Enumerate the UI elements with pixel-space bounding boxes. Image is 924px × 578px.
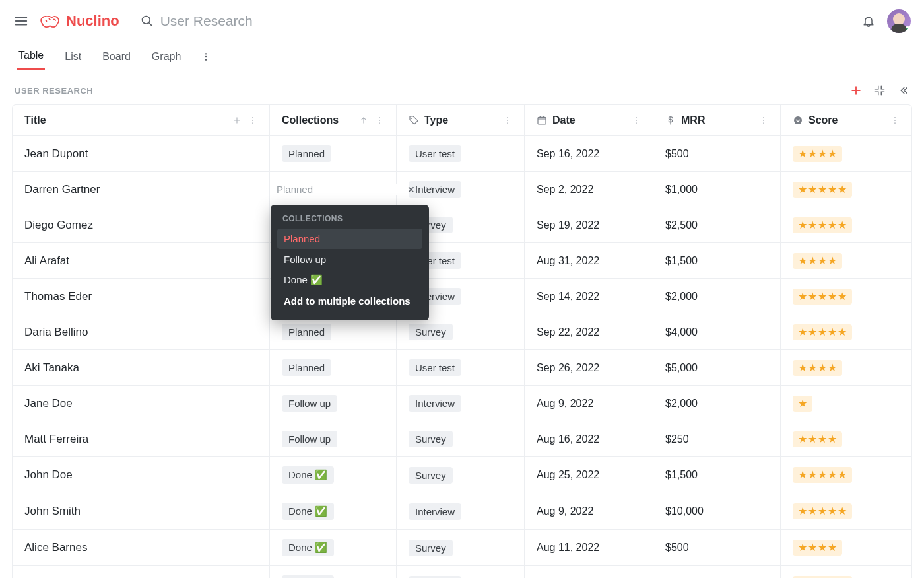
table-row[interactable]: Jane DoeFollow upInterviewAug 9, 2022$2,… xyxy=(13,386,911,421)
cell-score[interactable]: ★★★★ xyxy=(781,243,911,278)
cell-date[interactable]: Aug 4, 2022 xyxy=(525,566,653,578)
tab-graph[interactable]: Graph xyxy=(150,44,182,69)
table-row[interactable]: Ali ArafatPlannedUser testAug 31, 2022$1… xyxy=(13,243,911,279)
cell-score[interactable]: ★★★★ xyxy=(781,530,911,565)
cell-collections[interactable]: Done ✅ xyxy=(270,493,397,529)
hamburger-menu-icon[interactable] xyxy=(13,13,29,29)
sort-asc-icon[interactable] xyxy=(359,116,368,125)
column-header-collections[interactable]: Collections xyxy=(270,105,397,135)
cell-collections[interactable]: ✕ xyxy=(270,172,397,207)
cell-score[interactable]: ★★★★★ xyxy=(781,279,911,314)
dropdown-option-done[interactable]: Done ✅ xyxy=(277,270,422,291)
cell-score[interactable]: ★★★★★ xyxy=(781,457,911,493)
cell-date[interactable]: Aug 31, 2022 xyxy=(525,243,653,278)
column-header-date[interactable]: Date xyxy=(525,105,653,135)
cell-date[interactable]: Aug 11, 2022 xyxy=(525,530,653,565)
cell-collections[interactable]: Follow up xyxy=(270,386,397,421)
cell-date[interactable]: Sep 19, 2022 xyxy=(525,207,653,242)
cell-title[interactable]: Alice Barnes xyxy=(13,530,270,565)
cell-type[interactable]: Interview xyxy=(397,386,525,421)
table-row[interactable]: John SmithDone ✅InterviewAug 9, 2022$10,… xyxy=(13,493,911,530)
cell-score[interactable]: ★★★★★ xyxy=(781,566,911,578)
table-row[interactable]: Jean DupontPlannedUser testSep 16, 2022$… xyxy=(13,136,911,172)
cell-type[interactable]: Survey xyxy=(397,457,525,493)
more-views-icon[interactable] xyxy=(201,52,211,62)
cell-mrr[interactable]: $4,000 xyxy=(653,314,781,349)
search-field[interactable]: User Research xyxy=(141,13,490,29)
cell-date[interactable]: Sep 26, 2022 xyxy=(525,350,653,385)
dropdown-multi-action[interactable]: Add to multiple collections xyxy=(277,291,422,311)
compact-view-icon[interactable] xyxy=(873,83,887,98)
cell-collections[interactable]: Done ✅ xyxy=(270,530,397,565)
cell-title[interactable]: Thomas Eder xyxy=(13,279,270,314)
cell-mrr[interactable]: $1,500 xyxy=(653,243,781,278)
column-header-score[interactable]: Score xyxy=(781,105,911,135)
cell-type[interactable]: User test xyxy=(397,136,525,171)
column-menu-icon[interactable] xyxy=(632,116,641,125)
cell-score[interactable]: ★★★★★ xyxy=(781,172,911,207)
tab-table[interactable]: Table xyxy=(17,43,45,70)
column-menu-icon[interactable] xyxy=(890,116,900,125)
cell-mrr[interactable]: $1,500 xyxy=(653,457,781,493)
column-header-mrr[interactable]: MRR xyxy=(653,105,781,135)
brand-logo[interactable]: Nuclino xyxy=(40,13,119,30)
cell-collections[interactable]: Follow up xyxy=(270,421,397,456)
table-row[interactable]: John DoeDone ✅SurveyAug 25, 2022$1,500★★… xyxy=(13,457,911,493)
cell-type[interactable]: Survey xyxy=(397,421,525,456)
cell-mrr[interactable]: $3,000 xyxy=(653,566,781,578)
table-row[interactable]: Diego GomezPlannedSurveySep 19, 2022$2,5… xyxy=(13,207,911,243)
cell-date[interactable]: Aug 9, 2022 xyxy=(525,493,653,529)
table-row[interactable]: Thomas EderPlannedInterviewSep 14, 2022$… xyxy=(13,279,911,314)
cell-score[interactable]: ★★★★★ xyxy=(781,493,911,529)
cell-mrr[interactable]: $2,000 xyxy=(653,386,781,421)
cell-title[interactable]: Aki Tanaka xyxy=(13,350,270,385)
add-item-button[interactable] xyxy=(849,83,863,98)
column-menu-icon[interactable] xyxy=(375,116,384,125)
column-header-type[interactable]: Type xyxy=(397,105,525,135)
table-row[interactable]: Linda ChouDone ✅InterviewAug 4, 2022$3,0… xyxy=(13,566,911,578)
cell-collections[interactable]: Planned xyxy=(270,350,397,385)
cell-date[interactable]: Sep 2, 2022 xyxy=(525,172,653,207)
add-column-icon[interactable] xyxy=(232,116,242,125)
cell-mrr[interactable]: $250 xyxy=(653,421,781,456)
cell-score[interactable]: ★★★★ xyxy=(781,136,911,171)
table-row[interactable]: Alice BarnesDone ✅SurveyAug 11, 2022$500… xyxy=(13,530,911,566)
cell-score[interactable]: ★★★★ xyxy=(781,350,911,385)
cell-mrr[interactable]: $500 xyxy=(653,530,781,565)
tab-list[interactable]: List xyxy=(63,44,82,69)
cell-title[interactable]: John Doe xyxy=(13,457,270,493)
cell-score[interactable]: ★★★★★ xyxy=(781,314,911,349)
collapse-sidebar-icon[interactable] xyxy=(896,83,911,98)
cell-date[interactable]: Aug 25, 2022 xyxy=(525,457,653,493)
cell-title[interactable]: Darren Gartner xyxy=(13,172,270,207)
cell-date[interactable]: Aug 16, 2022 xyxy=(525,421,653,456)
column-header-title[interactable]: Title xyxy=(13,105,270,135)
cell-title[interactable]: John Smith xyxy=(13,493,270,529)
cell-date[interactable]: Sep 16, 2022 xyxy=(525,136,653,171)
cell-type[interactable]: User test xyxy=(397,350,525,385)
column-menu-icon[interactable] xyxy=(759,116,768,125)
cell-mrr[interactable]: $5,000 xyxy=(653,350,781,385)
cell-title[interactable]: Daria Bellino xyxy=(13,314,270,349)
cell-mrr[interactable]: $1,000 xyxy=(653,172,781,207)
column-menu-icon[interactable] xyxy=(248,116,257,125)
cell-mrr[interactable]: $2,000 xyxy=(653,279,781,314)
cell-score[interactable]: ★★★★ xyxy=(781,421,911,456)
cell-score[interactable]: ★★★★★ xyxy=(781,207,911,242)
cell-collections[interactable]: Done ✅ xyxy=(270,457,397,493)
table-row[interactable]: Aki TanakaPlannedUser testSep 26, 2022$5… xyxy=(13,350,911,386)
cell-mrr[interactable]: $500 xyxy=(653,136,781,171)
cell-type[interactable]: Interview xyxy=(397,493,525,529)
cell-title[interactable]: Diego Gomez xyxy=(13,207,270,242)
collections-input[interactable] xyxy=(277,184,402,195)
cell-date[interactable]: Aug 9, 2022 xyxy=(525,386,653,421)
cell-title[interactable]: Matt Ferreira xyxy=(13,421,270,456)
dropdown-option-followup[interactable]: Follow up xyxy=(277,249,422,270)
dropdown-option-planned[interactable]: Planned xyxy=(277,229,422,249)
cell-date[interactable]: Sep 14, 2022 xyxy=(525,279,653,314)
table-row[interactable]: Matt FerreiraFollow upSurveyAug 16, 2022… xyxy=(13,421,911,457)
cell-type[interactable]: Survey xyxy=(397,530,525,565)
table-row[interactable]: Daria BellinoPlannedSurveySep 22, 2022$4… xyxy=(13,314,911,350)
cell-collections[interactable]: Planned xyxy=(270,136,397,171)
chevron-down-icon[interactable] xyxy=(424,184,434,195)
